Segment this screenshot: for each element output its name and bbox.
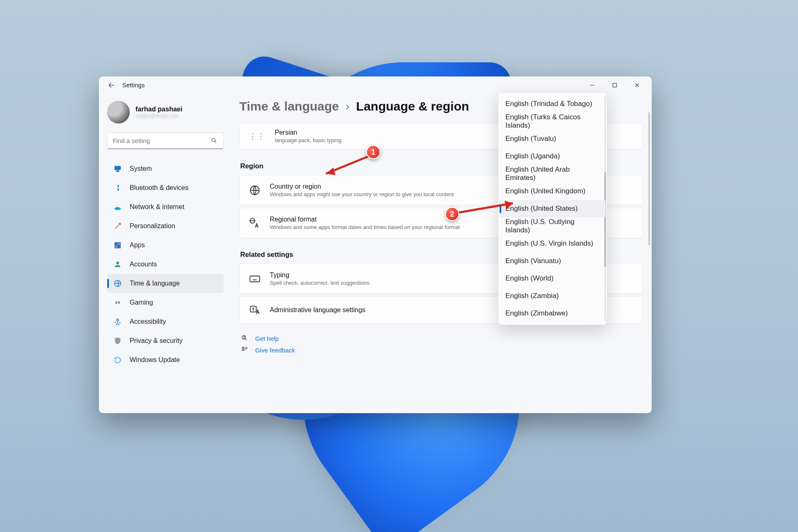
dropdown-option[interactable]: English (Zimbabwe) <box>500 305 606 322</box>
dropdown-option[interactable]: English (Trinidad & Tobago) <box>500 95 606 113</box>
sidebar-item-label: Network & internet <box>130 203 185 211</box>
dropdown-option[interactable]: English (Vanuatu) <box>500 252 606 270</box>
sidebar-item-apps[interactable]: Apps <box>107 236 224 255</box>
svg-marker-23 <box>326 167 335 175</box>
chevron-right-icon: › <box>346 100 350 113</box>
sidebar-item-privacy-security[interactable]: Privacy & security <box>107 331 224 350</box>
sidebar-item-accessibility[interactable]: Accessibility <box>107 312 224 331</box>
svg-point-12 <box>116 261 119 264</box>
svg-point-14 <box>117 319 119 321</box>
window-controls <box>581 76 648 94</box>
svg-point-21 <box>242 347 244 349</box>
nav-icon <box>113 222 122 231</box>
row-title: Typing <box>270 271 369 279</box>
feedback-icon <box>241 346 249 354</box>
sidebar-item-label: Gaming <box>130 299 153 306</box>
globe-letter-icon <box>249 217 261 229</box>
sidebar-item-label: Accounts <box>130 261 157 268</box>
sidebar-item-system[interactable]: System <box>107 159 224 178</box>
svg-rect-11 <box>118 246 121 248</box>
nav-icon <box>113 164 122 173</box>
sidebar-item-label: Apps <box>130 241 145 249</box>
nav-icon <box>113 279 122 288</box>
dropdown-option[interactable]: English (U.S. Virgin Islands) <box>500 235 606 252</box>
language-subtitle: language pack, basic typing <box>275 137 341 143</box>
give-feedback-link[interactable]: Give feedback <box>255 347 295 354</box>
search-input[interactable] <box>113 137 218 144</box>
svg-point-20 <box>244 338 244 339</box>
settings-window: Settings farhad pashaei hidden@email.com <box>99 76 652 413</box>
svg-rect-10 <box>115 246 117 248</box>
svg-line-24 <box>455 203 513 213</box>
sidebar-item-label: Time & language <box>130 280 180 287</box>
nav-icon <box>113 317 122 326</box>
search-icon <box>211 137 217 145</box>
sidebar-nav: System Bluetooth & devices Network & int… <box>107 159 224 369</box>
nav-icon <box>113 241 122 250</box>
dropdown-option[interactable]: English (World) <box>500 270 606 287</box>
sidebar-item-label: System <box>130 165 152 172</box>
dropdown-option[interactable]: English (U.S. Outlying Islands) <box>500 217 606 235</box>
profile-block[interactable]: farhad pashaei hidden@email.com <box>107 101 224 123</box>
dropdown-option[interactable]: English (United Kingdom) <box>500 182 606 200</box>
back-button[interactable] <box>107 81 116 89</box>
admin-language-icon <box>249 304 261 316</box>
minimize-button[interactable] <box>581 76 603 94</box>
breadcrumb-parent[interactable]: Time & language <box>239 99 339 113</box>
search-box[interactable] <box>107 133 224 149</box>
sidebar-item-personalization[interactable]: Personalization <box>107 217 224 236</box>
sidebar-item-label: Windows Update <box>130 356 180 364</box>
row-title: Administrative language settings <box>270 306 365 314</box>
svg-point-4 <box>212 138 215 142</box>
row-subtitle: Windows and some apps format dates and t… <box>270 224 460 230</box>
svg-rect-8 <box>115 242 117 245</box>
dropdown-option[interactable]: English (Zambia) <box>500 287 606 305</box>
scrollbar-thumb[interactable] <box>648 112 650 245</box>
app-title: Settings <box>122 81 145 89</box>
titlebar: Settings <box>99 76 652 94</box>
sidebar: farhad pashaei hidden@email.com System B… <box>99 94 230 413</box>
svg-rect-7 <box>116 171 119 172</box>
globe-icon <box>249 185 261 196</box>
nav-icon <box>113 183 122 192</box>
profile-email: hidden@email.com <box>135 113 182 119</box>
svg-marker-25 <box>505 201 513 209</box>
sidebar-item-bluetooth-devices[interactable]: Bluetooth & devices <box>107 178 224 197</box>
profile-name: farhad pashaei <box>135 106 182 113</box>
dropdown-option[interactable]: English (Turks & Caicos Islands) <box>500 113 606 130</box>
svg-line-5 <box>215 141 217 143</box>
sidebar-item-time-language[interactable]: Time & language <box>107 274 224 293</box>
annotation-marker-2: 2 <box>445 207 459 221</box>
sidebar-item-label: Accessibility <box>130 318 166 325</box>
sidebar-item-label: Privacy & security <box>130 337 182 345</box>
row-subtitle: Windows and apps might use your country … <box>270 191 454 197</box>
row-subtitle: Spell check, autocorrect, text suggestio… <box>270 280 369 286</box>
nav-icon <box>113 260 122 269</box>
nav-icon <box>113 298 122 307</box>
avatar <box>107 101 130 123</box>
drag-handle-icon[interactable]: ⋮⋮ <box>249 132 266 141</box>
maximize-button[interactable] <box>603 76 626 94</box>
keyboard-icon <box>249 273 261 285</box>
svg-rect-9 <box>118 242 121 245</box>
annotation-arrow-2 <box>451 201 521 217</box>
sidebar-item-label: Personalization <box>130 222 175 230</box>
nav-icon <box>113 336 122 345</box>
svg-rect-6 <box>115 166 121 170</box>
dropdown-option[interactable]: English (United Arab Emirates) <box>500 165 606 182</box>
annotation-marker-1: 1 <box>366 145 380 159</box>
sidebar-item-gaming[interactable]: Gaming <box>107 293 224 312</box>
sidebar-item-network-internet[interactable]: Network & internet <box>107 197 224 217</box>
nav-icon <box>113 355 122 365</box>
language-title: Persian <box>275 129 341 136</box>
close-button[interactable] <box>626 76 648 94</box>
dropdown-option[interactable]: English (Tuvalu) <box>500 130 606 148</box>
help-icon <box>241 335 249 342</box>
help-links: Get help Give feedback <box>241 335 643 354</box>
sidebar-item-windows-update[interactable]: Windows Update <box>107 350 224 369</box>
get-help-link[interactable]: Get help <box>255 335 279 342</box>
sidebar-item-label: Bluetooth & devices <box>130 184 188 192</box>
page-title: Language & region <box>356 99 469 113</box>
sidebar-item-accounts[interactable]: Accounts <box>107 255 224 274</box>
dropdown-option[interactable]: English (Uganda) <box>500 148 606 165</box>
